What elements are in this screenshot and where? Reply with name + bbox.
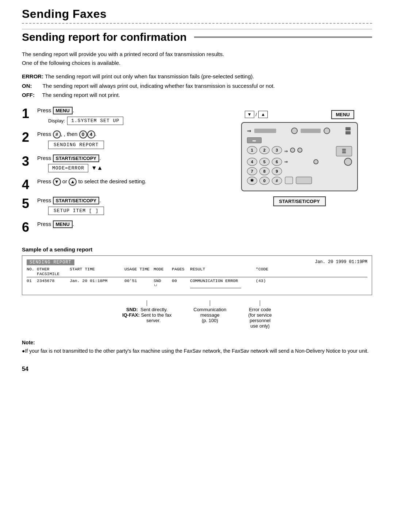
nav-up-icon[interactable]: ▲ — [258, 111, 268, 118]
step-6: 6 Press MENU. — [22, 220, 216, 234]
data-code: (43) — [256, 278, 274, 288]
step6-menu-key[interactable]: MENU — [53, 220, 73, 228]
step-number-5: 5 — [22, 197, 37, 210]
key-1[interactable]: 1 — [247, 146, 257, 154]
data-usage: 00'51 — [124, 278, 154, 288]
start-set-copy-button[interactable]: START/SET/COPY — [273, 196, 326, 206]
step2-key-4[interactable]: 4 — [87, 130, 95, 138]
key-star[interactable]: ✱ — [247, 177, 257, 185]
col-usage-header: USAGE TIME — [124, 267, 154, 276]
error-text: The sending report will print out only w… — [45, 73, 254, 79]
annotation-communication: Communication message (p. 100) — [193, 300, 226, 329]
report-table: SENDING REPORT Jan. 20 1999 01:19PM NO. … — [22, 255, 372, 295]
step6-text: Press — [37, 221, 51, 227]
key-5[interactable]: 5 — [259, 158, 270, 166]
section-title: Sending report for confirmation — [22, 31, 187, 43]
step4-text-mid: or — [62, 178, 67, 184]
annotation-error-code: Error code (for service personnel use on… — [248, 300, 272, 329]
step1-display-value: 1.SYSTEM SET UP — [67, 117, 123, 125]
col-code-header: *CODE — [256, 267, 274, 276]
key-3[interactable]: 3 — [272, 146, 282, 154]
step3-text: Press — [37, 155, 51, 161]
col-fax-header: OTHER FACSIMILE — [37, 267, 70, 276]
step-number-4: 4 — [22, 178, 37, 191]
data-no: 01 — [27, 278, 37, 288]
key-2[interactable]: 2 — [259, 146, 270, 154]
step-3: 3 Press START/SET/COPY. MODE=ERROR ▼▲ — [22, 154, 216, 172]
data-fax: 2345678 — [37, 278, 70, 288]
step4-text-pre: Press — [37, 178, 51, 184]
key-6[interactable]: 6 — [272, 158, 282, 166]
step5-display-value: SETUP ITEM [ ] — [48, 207, 104, 215]
col-result-header: RESULT — [190, 267, 256, 276]
sample-title: Sample of a sending report — [22, 246, 372, 253]
note-title: Note: — [22, 340, 372, 345]
step-number-1: 1 — [22, 107, 37, 120]
report-date: Jan. 20 1999 01:19PM — [315, 259, 367, 265]
data-result: COMMUNICATION ERROR — [190, 278, 256, 288]
step-2: 2 Press #, , then 04. SENDING REPORT — [22, 130, 216, 149]
step4-text-end: to select the desired setting. — [78, 178, 146, 184]
error-label: ERROR: — [22, 73, 43, 79]
data-pages: 00 — [172, 278, 190, 288]
data-start: Jan. 20 01:18PM — [70, 278, 124, 288]
step2-text-mid: , then — [64, 131, 78, 137]
key-7[interactable]: 7 — [247, 167, 257, 175]
step2-key-hash[interactable]: # — [53, 130, 61, 138]
sample-section: Sample of a sending report SENDING REPOR… — [22, 246, 372, 329]
intro-line2: One of the following choices is availabl… — [22, 59, 372, 67]
step5-start-key[interactable]: START/SET/COPY — [53, 197, 100, 204]
menu-button[interactable]: MENU — [331, 110, 354, 119]
off-text: The sending report will not print. — [42, 92, 120, 98]
col-start-header: START TIME — [70, 267, 124, 276]
intro-line1: The sending report will provide you with… — [22, 50, 372, 59]
step-5: 5 Press START/SET/COPY. SETUP ITEM [ ] — [22, 196, 216, 215]
page-title: Sending Faxes — [22, 7, 372, 21]
step3-display-value: MODE=ERROR — [48, 164, 88, 172]
report-badge: SENDING REPORT — [27, 259, 74, 265]
step2-key-0[interactable]: 0 — [79, 130, 87, 138]
step4-up-key[interactable]: ▲ — [69, 178, 77, 186]
annotation-snd: SND: Sent directly. IQ-FAX: Sent to the … — [122, 300, 171, 329]
step-number-6: 6 — [22, 221, 37, 234]
device-diagram: ▼ / ▲ MENU ⇒ — [227, 106, 372, 239]
step2-text-pre: Press — [37, 131, 51, 137]
key-8[interactable]: 8 — [259, 167, 270, 175]
step-4: 4 Press ▼ or ▲ to select the desired set… — [22, 177, 216, 191]
device-body: ⇒ ▬ 1 2 3 — [241, 122, 358, 191]
step-number-2: 2 — [22, 131, 37, 144]
col-mode-header: MODE — [154, 267, 172, 276]
step-number-3: 3 — [22, 155, 37, 168]
step4-down-key[interactable]: ▼ — [53, 178, 61, 186]
note-section: Note: ●If your fax is not transmitted to… — [22, 340, 372, 355]
key-4[interactable]: 4 — [247, 158, 257, 166]
step-1: 1 Press MENU. Display: 1.SYSTEM SET UP — [22, 106, 216, 125]
on-text: The sending report will always print out… — [42, 83, 275, 89]
note-bullet-text: ●If your fax is not transmitted to the o… — [22, 347, 368, 355]
step3-arrow: ▼▲ — [91, 165, 103, 171]
on-label: ON: — [22, 83, 32, 89]
off-label: OFF: — [22, 92, 35, 98]
key-0[interactable]: 0 — [259, 177, 270, 185]
step1-display-label: Display: — [48, 118, 65, 124]
key-hash[interactable]: # — [272, 177, 282, 185]
step5-text: Press — [37, 197, 51, 203]
step1-menu-key[interactable]: MENU — [53, 107, 73, 114]
nav-down-icon[interactable]: ▼ — [245, 111, 254, 118]
key-9[interactable]: 9 — [272, 167, 282, 175]
col-no-header: NO. — [27, 267, 37, 276]
step3-start-key[interactable]: START/SET/COPY — [53, 154, 100, 162]
step2-display-value: SENDING REPORT — [48, 141, 104, 149]
step1-text: Press — [37, 107, 51, 113]
data-mode: SND└┘ — [154, 278, 172, 288]
col-pages-header: PAGES — [172, 267, 190, 276]
page-number: 54 — [22, 366, 372, 372]
